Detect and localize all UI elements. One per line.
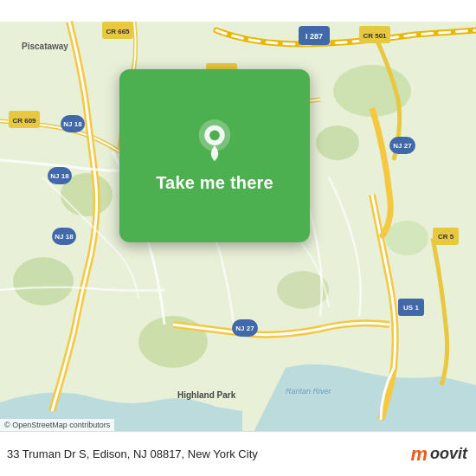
svg-text:CR 501: CR 501 [363,32,387,40]
svg-text:Piscataway: Piscataway [22,42,68,51]
svg-point-2 [316,125,359,160]
svg-point-6 [385,221,428,255]
svg-text:NJ 27: NJ 27 [235,325,254,332]
svg-text:NJ 18: NJ 18 [55,233,74,241]
svg-text:CR 5: CR 5 [438,233,454,241]
svg-text:I 287: I 287 [306,32,323,41]
osm-attribution: © OpenStreetMap contributors [0,419,114,431]
moovit-logo-rest: oovit [430,445,467,463]
moovit-logo-m: m [410,443,428,466]
attribution-text: © OpenStreetMap contributors [4,421,110,429]
svg-text:Raritan River: Raritan River [286,387,332,396]
svg-text:NJ 18: NJ 18 [50,172,69,180]
svg-point-5 [138,316,208,368]
take-me-there-label: Take me there [156,173,273,193]
bottom-bar: 33 Truman Dr S, Edison, NJ 08817, New Yo… [0,431,476,476]
svg-text:Highland Park: Highland Park [177,390,236,400]
svg-text:CR 665: CR 665 [106,28,130,35]
location-pin-icon [193,119,236,163]
svg-point-4 [13,257,74,306]
svg-text:NJ 27: NJ 27 [393,142,412,150]
svg-text:CR 609: CR 609 [12,117,36,125]
svg-point-37 [209,130,220,140]
map-container: I 287 NJ 18 NJ 18 NJ 18 CR 665 CR 529 CR… [0,0,476,476]
address-text: 33 Truman Dr S, Edison, NJ 08817, New Yo… [7,447,410,460]
svg-text:NJ 18: NJ 18 [63,120,82,128]
take-me-there-card[interactable]: Take me there [119,69,310,242]
moovit-logo: moovit [410,443,467,466]
svg-text:US 1: US 1 [403,304,419,312]
